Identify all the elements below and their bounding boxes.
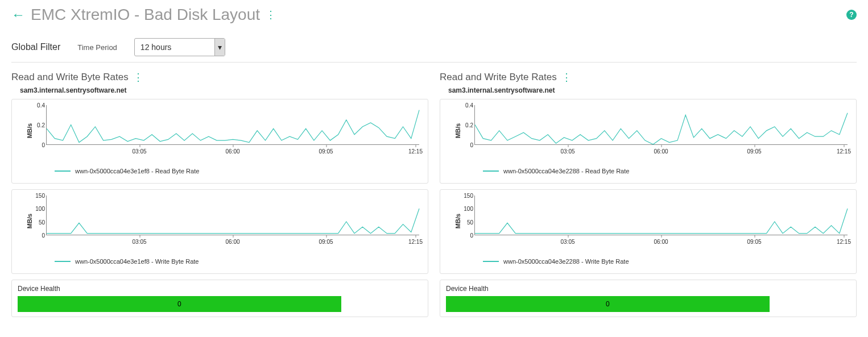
x-tick: 06:00: [654, 148, 668, 155]
time-period-value: 12 hours: [140, 43, 171, 52]
panels-container: Read and Write Byte Rates⋮sam3.internal.…: [11, 71, 857, 317]
y-tick: 0.4: [457, 102, 473, 109]
y-axis-ticks: 00.20.4: [457, 105, 473, 145]
x-tick: 12:15: [837, 148, 851, 155]
panel-menu-icon[interactable]: ⋮: [561, 71, 571, 84]
chart-area: MB/s00.20.403:0506:0009:0512:15: [474, 105, 848, 156]
legend-swatch: [55, 261, 71, 262]
device-health-bar-wrap: 0: [18, 296, 422, 312]
x-tick: 03:05: [132, 148, 146, 155]
chart-plot[interactable]: [46, 105, 419, 145]
x-axis-ticks: 03:0506:0009:0512:15: [474, 238, 848, 247]
y-tick: 100: [457, 206, 473, 212]
chart-area: MB/s05010015003:0506:0009:0512:15: [46, 195, 419, 247]
y-tick: 150: [29, 193, 45, 199]
page-title: EMC XtremIO - Bad Disk Layout: [31, 6, 260, 24]
chart-plot[interactable]: [46, 195, 419, 235]
device-health-box: Device Health0: [11, 280, 428, 317]
x-tick: 06:00: [225, 239, 239, 245]
chart-legend: wwn-0x5000cca04e3e2288 - Write Byte Rate: [483, 258, 848, 265]
y-tick: 0: [29, 142, 45, 148]
y-tick: 0: [29, 232, 45, 239]
chart-plot[interactable]: [474, 195, 848, 235]
panel-title: Read and Write Byte Rates⋮: [11, 71, 428, 84]
panel: Read and Write Byte Rates⋮sam3.internal.…: [440, 71, 857, 317]
help-icon[interactable]: ?: [846, 10, 857, 20]
panel: Read and Write Byte Rates⋮sam3.internal.…: [11, 71, 428, 317]
chart-legend: wwn-0x5000cca04e3e2288 - Read Byte Rate: [483, 168, 848, 174]
device-health-bar: 0: [18, 296, 341, 312]
y-tick: 0.2: [29, 122, 45, 128]
y-axis-ticks: 00.20.4: [29, 105, 45, 145]
x-axis-ticks: 03:0506:0009:0512:15: [46, 238, 419, 247]
x-tick: 03:05: [560, 239, 574, 245]
x-tick: 12:15: [837, 239, 851, 245]
legend-text: wwn-0x5000cca04e3e1ef8 - Write Byte Rate: [75, 258, 199, 265]
legend-text: wwn-0x5000cca04e3e1ef8 - Read Byte Rate: [75, 168, 199, 174]
device-health-label: Device Health: [446, 285, 850, 293]
legend-text: wwn-0x5000cca04e3e2288 - Write Byte Rate: [503, 258, 629, 265]
x-tick: 06:00: [225, 148, 239, 155]
device-health-bar: 0: [446, 296, 770, 312]
y-axis-ticks: 050100150: [457, 195, 473, 235]
legend-swatch: [483, 170, 499, 172]
legend-text: wwn-0x5000cca04e3e2288 - Read Byte Rate: [503, 168, 629, 174]
panel-title: Read and Write Byte Rates⋮: [440, 71, 857, 84]
chart-box: MB/s00.20.403:0506:0009:0512:15wwn-0x500…: [11, 99, 428, 184]
device-health-bar-wrap: 0: [446, 296, 850, 312]
title-menu-icon[interactable]: ⋮: [266, 9, 275, 21]
x-tick: 06:00: [654, 239, 668, 245]
chart-legend: wwn-0x5000cca04e3e1ef8 - Read Byte Rate: [55, 168, 419, 174]
y-tick: 50: [29, 219, 45, 225]
panel-title-text: Read and Write Byte Rates: [11, 72, 129, 83]
time-period-label: Time Period: [77, 43, 117, 52]
x-tick: 12:15: [408, 148, 423, 155]
chart-box: MB/s05010015003:0506:0009:0512:15wwn-0x5…: [440, 189, 857, 274]
y-axis-ticks: 050100150: [29, 195, 45, 235]
x-tick: 12:15: [408, 239, 423, 245]
device-health-box: Device Health0: [440, 280, 857, 317]
x-tick: 09:05: [319, 239, 333, 245]
y-tick: 0.2: [457, 122, 473, 128]
chart-box: MB/s00.20.403:0506:0009:0512:15wwn-0x500…: [440, 99, 857, 184]
header-left: ← EMC XtremIO - Bad Disk Layout ⋮: [11, 6, 275, 24]
y-tick: 0: [457, 142, 473, 148]
x-tick: 03:05: [560, 148, 574, 155]
y-tick: 0.4: [29, 102, 45, 109]
x-tick: 09:05: [747, 148, 761, 155]
legend-swatch: [483, 261, 499, 262]
chevron-down-icon: ▾: [214, 39, 225, 56]
x-tick: 03:05: [132, 239, 146, 245]
chart-area: MB/s00.20.403:0506:0009:0512:15: [46, 105, 419, 156]
page-header: ← EMC XtremIO - Bad Disk Layout ⋮ ?: [11, 6, 857, 24]
device-health-label: Device Health: [18, 285, 422, 293]
x-tick: 09:05: [319, 148, 333, 155]
x-axis-ticks: 03:0506:0009:0512:15: [46, 147, 419, 156]
global-filter-label: Global Filter: [11, 42, 60, 52]
chart-box: MB/s05010015003:0506:0009:0512:15wwn-0x5…: [11, 189, 428, 274]
panel-menu-icon[interactable]: ⋮: [133, 71, 142, 84]
time-period-select[interactable]: 12 hours ▾: [134, 38, 225, 56]
panel-subtitle: sam3.internal.sentrysoftware.net: [11, 86, 428, 94]
panel-title-text: Read and Write Byte Rates: [440, 72, 557, 83]
y-tick: 150: [457, 193, 473, 199]
chart-area: MB/s05010015003:0506:0009:0512:15: [474, 195, 848, 247]
x-axis-ticks: 03:0506:0009:0512:15: [474, 147, 848, 156]
y-tick: 0: [457, 232, 473, 239]
panel-subtitle: sam3.internal.sentrysoftware.net: [440, 86, 857, 94]
x-tick: 09:05: [747, 239, 761, 245]
legend-swatch: [55, 170, 71, 172]
global-filter-bar: Global Filter Time Period 12 hours ▾: [11, 32, 857, 63]
y-tick: 100: [29, 206, 45, 212]
chart-plot[interactable]: [474, 105, 848, 145]
chart-legend: wwn-0x5000cca04e3e1ef8 - Write Byte Rate: [55, 258, 419, 265]
y-tick: 50: [457, 219, 473, 225]
back-arrow-icon[interactable]: ←: [11, 7, 25, 23]
